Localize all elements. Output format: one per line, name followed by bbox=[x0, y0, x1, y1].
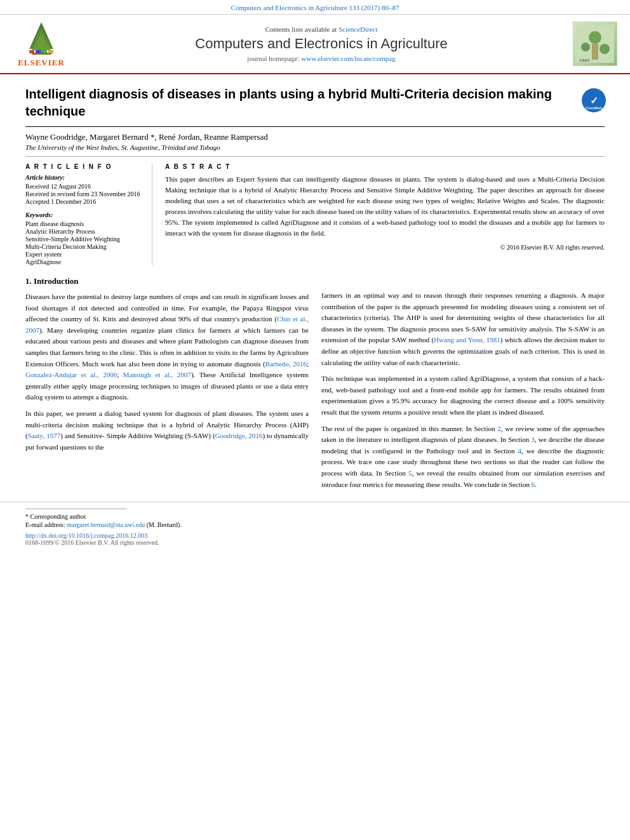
keyword-5: Expert system bbox=[25, 251, 143, 258]
right-paragraph-3: The rest of the paper is organized in th… bbox=[321, 423, 605, 491]
keyword-1: Plant disease diagnosis bbox=[25, 220, 143, 227]
journal-thumbnail: C&EA bbox=[573, 22, 617, 66]
email-line: E-mail address: margaret.bernard@sta.uwi… bbox=[25, 521, 605, 528]
svg-point-10 bbox=[589, 31, 601, 44]
ref-gonzalez-2006[interactable]: Gonzalez-Andujar et al., 2006 bbox=[25, 371, 117, 378]
ref-section3[interactable]: 3 bbox=[531, 436, 535, 443]
authors-line: Wayne Goodridge, Margaret Bernard *, Ren… bbox=[25, 132, 605, 142]
svg-rect-13 bbox=[592, 44, 598, 60]
keywords-label: Keywords: bbox=[25, 211, 143, 218]
abstract-col: A B S T R A C T This paper describes an … bbox=[165, 163, 605, 266]
sciencedirect-link[interactable]: ScienceDirect bbox=[338, 25, 378, 33]
article-info-col: A R T I C L E I N F O Article history: R… bbox=[25, 163, 152, 266]
contents-available: Contents lists available at ScienceDirec… bbox=[70, 25, 573, 33]
body-left-col: 1. Introduction Diseases have the potent… bbox=[25, 276, 309, 495]
svg-text:✓: ✓ bbox=[590, 95, 598, 106]
right-paragraph-1: farmers in an optimal way and to reason … bbox=[321, 290, 605, 368]
keyword-2: Analytic Hierarchy Process bbox=[25, 228, 143, 235]
svg-text:CrossMark: CrossMark bbox=[586, 106, 602, 110]
elsevier-logo: ELSEVIER bbox=[13, 20, 70, 68]
body-right-col: farmers in an optimal way and to reason … bbox=[321, 276, 605, 495]
ref-section5[interactable]: 5 bbox=[408, 469, 412, 477]
footnote-section: * Corresponding author. E-mail address: … bbox=[0, 502, 630, 552]
crossmark-icon: ✓ CrossMark bbox=[583, 90, 605, 111]
svg-point-11 bbox=[581, 43, 590, 51]
intro-paragraph-1: Diseases have the potential to destroy l… bbox=[25, 291, 309, 403]
journal-center-info: Contents lists available at ScienceDirec… bbox=[70, 25, 573, 62]
article-title-section: Intelligent diagnosis of diseases in pla… bbox=[25, 74, 605, 127]
ref-hwang-1981[interactable]: Hwang and Yoon, 1981 bbox=[434, 336, 500, 343]
journal-citation: Computers and Electronics in Agriculture… bbox=[231, 4, 399, 11]
history-revised: Received in revised form 23 November 201… bbox=[25, 190, 143, 197]
svg-rect-7 bbox=[42, 50, 47, 53]
ref-chin-2007[interactable]: Chin et al., 2007 bbox=[25, 315, 309, 334]
ref-section2[interactable]: 2 bbox=[497, 425, 501, 432]
email-link[interactable]: margaret.bernard@sta.uwi.edu bbox=[67, 521, 145, 528]
history-accepted: Accepted 1 December 2016 bbox=[25, 198, 143, 205]
intro-paragraph-2: In this paper, we present a dialog based… bbox=[25, 408, 309, 453]
svg-text:C&EA: C&EA bbox=[579, 58, 589, 62]
ref-section4[interactable]: 4 bbox=[518, 447, 522, 455]
top-bar: Computers and Electronics in Agriculture… bbox=[0, 0, 630, 15]
elsevier-wordmark: ELSEVIER bbox=[18, 58, 65, 68]
keywords-section: Keywords: Plant disease diagnosis Analyt… bbox=[25, 211, 143, 265]
copyright-line: © 2016 Elsevier B.V. All rights reserved… bbox=[165, 244, 605, 251]
body-content: 1. Introduction Diseases have the potent… bbox=[0, 266, 630, 495]
svg-point-12 bbox=[600, 44, 610, 54]
journal-header: ELSEVIER Contents lists available at Sci… bbox=[0, 15, 630, 74]
svg-rect-8 bbox=[48, 50, 53, 53]
right-paragraph-2: This technique was implemented in a syst… bbox=[321, 373, 605, 418]
article-info-abstract: A R T I C L E I N F O Article history: R… bbox=[25, 156, 605, 266]
ref-section6[interactable]: 6 bbox=[532, 481, 535, 488]
ref-saaty-1977[interactable]: Saaty, 1977 bbox=[28, 432, 61, 439]
keyword-6: AgriDiagnose bbox=[25, 258, 143, 265]
introduction-heading: 1. Introduction bbox=[25, 276, 309, 286]
doi-link[interactable]: http://dx.doi.org/10.1016/j.compag.2016.… bbox=[25, 532, 605, 539]
article-history: Article history: Received 12 August 2016… bbox=[25, 174, 143, 205]
issn-line: 0168-1699/© 2016 Elsevier B.V. All right… bbox=[25, 539, 605, 546]
crossmark-badge: ✓ CrossMark bbox=[582, 88, 605, 111]
svg-rect-5 bbox=[29, 50, 34, 53]
abstract-text: This paper describes an Expert System th… bbox=[165, 174, 605, 239]
article-title: Intelligent diagnosis of diseases in pla… bbox=[25, 86, 574, 120]
keyword-3: Sensitive-Simple Additive Weighting bbox=[25, 236, 143, 243]
journal-homepage: journal homepage: www.elsevier.com/locat… bbox=[70, 55, 573, 62]
svg-rect-6 bbox=[36, 50, 41, 53]
keyword-4: Multi-Criteria Decision Making bbox=[25, 243, 143, 250]
corresponding-author-note: * Corresponding author. bbox=[25, 513, 605, 520]
journal-cover-image: C&EA bbox=[576, 25, 614, 63]
ref-mansingh-2007[interactable]: Mansingh et al., 2007 bbox=[123, 371, 191, 378]
ref-goodridge-2016[interactable]: Goodridge, 2016 bbox=[215, 432, 263, 439]
abstract-heading: A B S T R A C T bbox=[165, 163, 605, 170]
authors-section: Wayne Goodridge, Margaret Bernard *, Ren… bbox=[25, 132, 605, 151]
history-received: Received 12 August 2016 bbox=[25, 183, 143, 190]
homepage-url: www.elsevier.com/locate/compag bbox=[301, 55, 395, 62]
journal-title-display: Computers and Electronics in Agriculture bbox=[70, 36, 573, 52]
history-label: Article history: bbox=[25, 174, 143, 181]
ref-barbedo-2016[interactable]: Barbedo, 2016 bbox=[265, 360, 307, 368]
elsevier-tree-icon bbox=[18, 20, 65, 57]
affiliation-line: The University of the West Indies, St. A… bbox=[25, 143, 605, 151]
article-info-heading: A R T I C L E I N F O bbox=[25, 163, 143, 170]
